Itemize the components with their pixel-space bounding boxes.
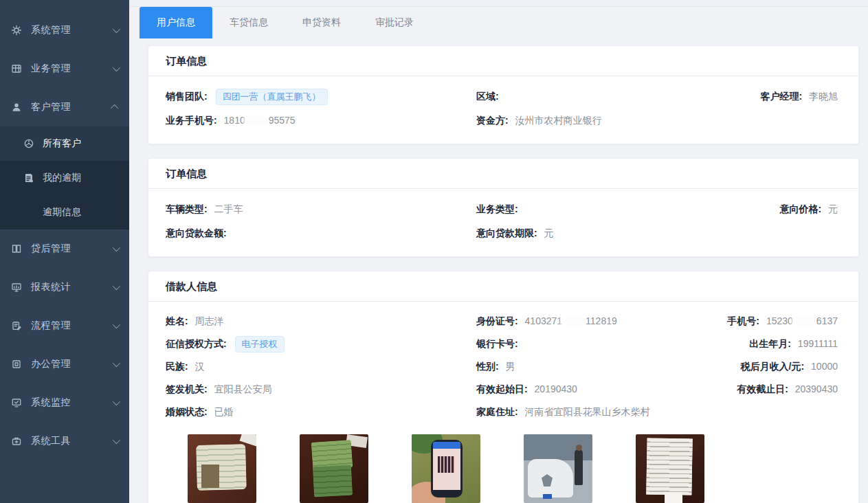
field-row: 销售团队: 四团一营（直属王鹏飞） 区域: 客户经理: 李晓旭 — [166, 85, 838, 109]
field-label: 婚姻状态: — [166, 406, 208, 417]
sidebar-item-label: 逾期信息 — [43, 206, 81, 219]
person-with-car-photo-thumbnail[interactable] — [524, 434, 592, 503]
chevron-up-icon — [111, 104, 118, 112]
phone-qr-auth-photo-thumbnail[interactable] — [412, 434, 480, 503]
field-value: 20390430 — [795, 383, 838, 394]
chevron-down-icon — [113, 359, 120, 367]
tab-car-loan-info[interactable]: 车贷信息 — [212, 7, 285, 38]
photo-art — [438, 456, 454, 473]
book-icon — [11, 243, 22, 254]
sidebar-item-label: 报表统计 — [31, 281, 71, 293]
photo-item: 人车照 — [524, 434, 592, 503]
borrower-info-card: 借款人信息 姓名: 周志洋 身份证号: 4103271112819 手机号: 1… — [148, 271, 859, 503]
phone-suffix: 95575 — [269, 115, 296, 126]
green-booklet-photo-thumbnail[interactable] — [300, 434, 368, 503]
field-gender: 性别: 男 — [476, 361, 717, 373]
report-monitor-icon — [11, 282, 22, 293]
phone-prefix: 1810 — [224, 115, 245, 126]
chevron-down-icon — [113, 398, 120, 405]
sidebar-item-label: 流程管理 — [31, 320, 71, 332]
field-intent-loan-term: 意向贷款期限: 元 — [476, 227, 717, 240]
tab-label: 用户信息 — [157, 16, 195, 29]
field-intent-price: 意向价格: 元 — [717, 203, 838, 216]
field-business-phone: 业务手机号: 181095575 — [166, 115, 476, 127]
field-valid-to: 有效截止日: 20390430 — [717, 383, 838, 396]
sidebar-item-system-management[interactable]: 系统管理 — [0, 11, 129, 49]
field-vehicle-type: 车辆类型: 二手车 — [166, 203, 476, 216]
field-value: 10000 — [811, 361, 838, 372]
order-info-card-1: 订单信息 销售团队: 四团一营（直属王鹏飞） 区域: 客户经理: 李晓旭 业务手 — [148, 45, 859, 144]
system-monitor-icon — [11, 397, 22, 408]
order-info-card-2: 订单信息 车辆类型: 二手车 业务类型: 意向价格: 元 意向贷款金额: — [148, 158, 859, 257]
field-label: 家庭住址: — [476, 406, 518, 417]
field-value: 19911111 — [798, 338, 838, 349]
icon-spacer — [23, 207, 34, 218]
chevron-down-icon — [113, 321, 120, 328]
sidebar-item-my-overdue[interactable]: 我的逾期 — [0, 161, 129, 195]
field-label: 税后月收入/元: — [741, 361, 805, 372]
tab-approval-records[interactable]: 审批记录 — [358, 7, 431, 38]
sidebar-item-label: 系统管理 — [31, 24, 71, 36]
photo-art — [576, 445, 582, 451]
field-row: 签发机关: 宜阳县公安局 有效起始日: 20190430 有效截止日: 2039… — [166, 378, 838, 401]
field-value: 汝州市农村商业银行 — [515, 115, 602, 126]
field-credit-auth-method: 征信授权方式: 电子授权 — [166, 336, 476, 353]
card-title: 订单信息 — [148, 159, 858, 189]
field-label: 出生年月: — [749, 338, 791, 349]
field-name: 姓名: 周志洋 — [166, 315, 476, 328]
field-row: 民族: 汉 性别: 男 税后月收入/元: 10000 — [166, 355, 838, 378]
field-value: 4103271112819 — [525, 315, 617, 326]
phone-suffix: 6137 — [816, 315, 838, 326]
credit-auth-tag[interactable]: 电子授权 — [235, 336, 285, 353]
field-value: 152306137 — [766, 315, 838, 326]
field-label: 征信授权方式: — [166, 338, 227, 349]
field-value: 20190430 — [535, 383, 577, 394]
field-row: 业务手机号: 181095575 资金方: 汝州市农村商业银行 — [166, 109, 838, 133]
sidebar-item-report-statistics[interactable]: 报表统计 — [0, 268, 129, 306]
masked-digits — [245, 116, 269, 125]
sidebar-item-postloan-management[interactable]: 贷后管理 — [0, 230, 129, 268]
customer-management-submenu: 所有客户 我的逾期 逾期信息 — [0, 126, 129, 230]
masked-digits — [793, 317, 816, 326]
sidebar-item-label: 系统监控 — [31, 396, 71, 409]
tab-loan-application-materials[interactable]: 申贷资料 — [285, 7, 358, 38]
card-title: 订单信息 — [148, 46, 858, 76]
field-intent-loan-amount: 意向贷款金额: — [166, 227, 476, 240]
field-value: 宜阳县公安局 — [214, 383, 272, 394]
overdue-doc-icon — [23, 172, 34, 183]
sidebar-item-business-management[interactable]: 业务管理 — [0, 49, 129, 88]
sidebar-item-label: 我的逾期 — [43, 172, 81, 184]
sidebar-item-customer-management[interactable]: 客户管理 — [0, 88, 129, 126]
chevron-down-icon — [113, 282, 120, 290]
photo-art — [543, 494, 552, 499]
field-label: 性别: — [476, 361, 499, 372]
sidebar-item-system-monitoring[interactable]: 系统监控 — [0, 383, 129, 422]
user-icon — [11, 102, 22, 113]
field-row: 征信授权方式: 电子授权 银行卡号: 出生年月: 19911111 — [166, 333, 838, 355]
id-card-photo-thumbnail[interactable] — [188, 434, 256, 503]
field-value: 181095575 — [224, 115, 296, 126]
field-customer-manager: 客户经理: 李晓旭 — [717, 91, 838, 103]
sidebar-item-office-management[interactable]: 办公管理 — [0, 345, 129, 383]
sidebar-item-system-tools[interactable]: 系统工具 — [0, 422, 129, 460]
photo-item: 驾驶证副页 — [300, 434, 368, 503]
tab-label: 审批记录 — [375, 16, 414, 29]
detail-tabs: 用户信息 车贷信息 申贷资料 审批记录 — [129, 7, 868, 38]
sidebar-item-process-management[interactable]: 流程管理 — [0, 306, 129, 345]
sales-team-tag[interactable]: 四团一营（直属王鹏飞） — [216, 89, 328, 105]
field-birth-date: 出生年月: 19911111 — [717, 338, 838, 350]
sidebar-item-all-customers[interactable]: 所有客户 — [0, 126, 129, 161]
field-row: 姓名: 周志洋 身份证号: 4103271112819 手机号: 1523061… — [166, 310, 838, 333]
field-label: 签发机关: — [166, 383, 208, 394]
tab-user-info[interactable]: 用户信息 — [140, 7, 212, 38]
sidebar-item-label: 所有客户 — [43, 137, 81, 150]
field-label: 有效起始日: — [476, 383, 528, 394]
sidebar-item-overdue-info[interactable]: 逾期信息 — [0, 195, 129, 230]
field-label: 客户经理: — [760, 91, 802, 102]
chevron-down-icon — [113, 244, 120, 252]
field-value: 二手车 — [214, 203, 243, 214]
field-label: 业务手机号: — [166, 115, 217, 126]
sidebar-item-label: 办公管理 — [31, 358, 71, 370]
handwritten-document-photo-thumbnail[interactable] — [636, 434, 704, 503]
field-value: 已婚 — [214, 406, 234, 417]
